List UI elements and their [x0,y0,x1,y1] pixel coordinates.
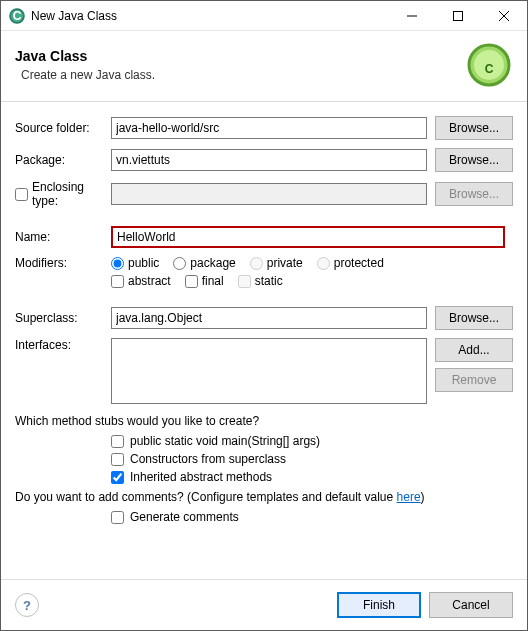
enclosing-type-browse-button: Browse... [435,182,513,206]
cancel-button[interactable]: Cancel [429,592,513,618]
package-input[interactable] [111,149,427,171]
stub-constructors-label: Constructors from superclass [130,452,286,466]
stub-inherited-checkbox[interactable] [111,471,124,484]
source-folder-browse-button[interactable]: Browse... [435,116,513,140]
modifier-static-checkbox [238,275,251,288]
modifier-package-radio[interactable] [173,257,186,270]
enclosing-type-input [111,183,427,205]
modifier-final-checkbox[interactable] [185,275,198,288]
modifiers-label: Modifiers: [15,256,111,270]
window-title: New Java Class [31,9,389,23]
generate-comments-checkbox[interactable] [111,511,124,524]
configure-templates-link[interactable]: here [397,490,421,504]
package-browse-button[interactable]: Browse... [435,148,513,172]
name-input[interactable] [111,226,505,248]
stub-constructors-checkbox[interactable] [111,453,124,466]
modifier-protected-radio [317,257,330,270]
class-icon: C [465,41,513,89]
generate-comments-label: Generate comments [130,510,239,524]
close-button[interactable] [481,1,527,31]
page-title: Java Class [15,48,465,64]
name-label: Name: [15,230,111,244]
enclosing-type-label: Enclosing type: [32,180,111,208]
source-folder-input[interactable] [111,117,427,139]
app-icon: C [9,8,25,24]
superclass-label: Superclass: [15,311,111,325]
title-bar: C New Java Class [1,1,527,31]
stub-main-checkbox[interactable] [111,435,124,448]
interfaces-list[interactable] [111,338,427,404]
package-label: Package: [15,153,111,167]
minimize-button[interactable] [389,1,435,31]
modifier-public-radio[interactable] [111,257,124,270]
source-folder-label: Source folder: [15,121,111,135]
dialog-footer: ? Finish Cancel [1,579,527,630]
enclosing-type-checkbox[interactable] [15,188,28,201]
help-button[interactable]: ? [15,593,39,617]
stub-inherited-label: Inherited abstract methods [130,470,272,484]
form-body: Source folder: Browse... Package: Browse… [1,102,527,579]
modifier-private-radio [250,257,263,270]
superclass-browse-button[interactable]: Browse... [435,306,513,330]
maximize-button[interactable] [435,1,481,31]
dialog-header: Java Class Create a new Java class. C [1,31,527,102]
finish-button[interactable]: Finish [337,592,421,618]
svg-rect-3 [454,11,463,20]
stubs-question: Which method stubs would you like to cre… [15,414,513,428]
page-subtitle: Create a new Java class. [15,68,465,82]
modifier-abstract-checkbox[interactable] [111,275,124,288]
superclass-input[interactable] [111,307,427,329]
stub-main-label: public static void main(String[] args) [130,434,320,448]
interfaces-add-button[interactable]: Add... [435,338,513,362]
comments-question: Do you want to add comments? (Configure … [15,490,513,504]
interfaces-remove-button: Remove [435,368,513,392]
interfaces-label: Interfaces: [15,338,111,404]
svg-text:C: C [485,62,494,76]
svg-text:C: C [13,9,22,23]
